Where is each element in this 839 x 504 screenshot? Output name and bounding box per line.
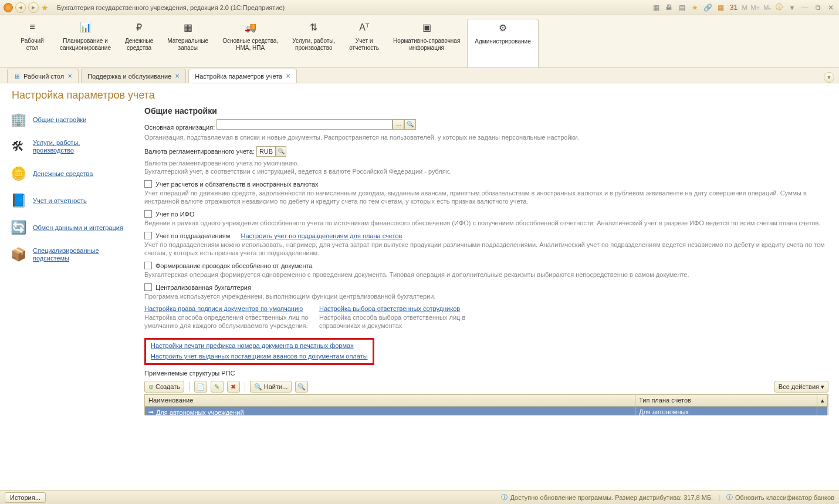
nav-link[interactable]: Обмен данными и интеграция xyxy=(33,224,123,232)
doc-icon[interactable]: ▤ xyxy=(677,3,686,12)
col-plan[interactable]: Тип плана счетов xyxy=(635,395,817,406)
ruble-icon: ₽ xyxy=(133,21,145,33)
cb-foreign-help: Учет операций по движению средств, задол… xyxy=(144,189,828,205)
nav-money[interactable]: ₽Денежные средства xyxy=(118,19,160,67)
highlighted-links-box: Настройки печати префикса номера докумен… xyxy=(144,338,374,365)
col-name[interactable]: Наименование xyxy=(145,395,635,406)
currency-label: Валюта регламентированного учета: xyxy=(144,148,255,155)
print-icon[interactable]: 🖶 xyxy=(664,3,674,12)
window-titlebar: ◄ ► ★ Бухгалтерия государственного учреж… xyxy=(0,0,839,15)
dropdown-icon[interactable]: ▾ xyxy=(787,3,797,12)
currency-input[interactable]: RUB xyxy=(256,146,276,157)
org-select-button[interactable]: ... xyxy=(393,119,404,130)
calendar-icon[interactable]: 31 xyxy=(729,3,738,12)
scrollbar-header: ▴ xyxy=(817,395,828,406)
history-button[interactable]: История... xyxy=(5,492,46,503)
planning-icon: 📊 xyxy=(80,21,92,33)
dept-config-link[interactable]: Настроить учет по подразделениям для пла… xyxy=(241,232,402,239)
nav-materials[interactable]: ▦Материальные запасы xyxy=(160,19,215,67)
titlebar-right: ▦ 🖶 ▤ ★ 🔗 ▦ 31 M M+ M- ⓘ ▾ — ⧉ ✕ xyxy=(651,3,835,12)
tabs-right: ▼ xyxy=(824,72,839,83)
sync-icon: 🔄 xyxy=(8,219,28,236)
titlebar-left: ◄ ► ★ Бухгалтерия государственного учреж… xyxy=(4,2,285,13)
tab-support[interactable]: Поддержка и обслуживание ✕ xyxy=(81,69,186,83)
cb-foreign[interactable] xyxy=(144,180,152,188)
copy-button[interactable]: 📄 xyxy=(194,381,207,393)
nav-back-button[interactable]: ◄ xyxy=(15,2,26,13)
nav-general[interactable]: 🏢Общие настройки xyxy=(8,106,136,133)
separator xyxy=(245,382,245,391)
memory-m[interactable]: M xyxy=(742,4,747,11)
rps-table: Наименование Тип плана счетов ▴ ➟Для авт… xyxy=(144,394,828,415)
tab-close-icon[interactable]: ✕ xyxy=(175,73,180,79)
document-tabs: 🖥 Рабочий стол ✕ Поддержка и обслуживани… xyxy=(0,68,839,83)
cb-ifo[interactable] xyxy=(144,210,152,218)
font-icon: Аᵀ xyxy=(358,21,370,33)
memory-mplus[interactable]: M+ xyxy=(751,4,760,11)
nav-special[interactable]: 📦Специализированные подсистемы xyxy=(8,241,136,268)
scrollbar[interactable] xyxy=(817,407,828,415)
tabs-dropdown-button[interactable]: ▼ xyxy=(824,72,834,83)
classifier-link[interactable]: ⓘОбновить классификатор банков xyxy=(726,493,834,502)
currency-search-button[interactable]: 🔍 xyxy=(276,146,286,157)
nav-accounting[interactable]: АᵀУчет и отчетность xyxy=(342,19,386,67)
resp-config-link[interactable]: Настройка выбора ответственных сотрудник… xyxy=(319,305,460,312)
nav-services[interactable]: 🛠Услуги, работы, производство xyxy=(8,133,136,160)
calc-icon[interactable]: ▦ xyxy=(716,3,725,12)
nav-forward-button[interactable]: ► xyxy=(28,2,39,13)
tab-desktop[interactable]: 🖥 Рабочий стол ✕ xyxy=(7,69,79,83)
nav-link[interactable]: Общие настройки xyxy=(33,116,86,124)
org-search-button[interactable]: 🔍 xyxy=(404,119,416,130)
nav-services[interactable]: ⇅Услуги, работы, производство xyxy=(285,19,342,67)
cb-dept[interactable] xyxy=(144,232,152,239)
star-icon[interactable]: ★ xyxy=(690,3,699,12)
nav-report[interactable]: 📘Учет и отчетность xyxy=(8,187,136,214)
nav-link[interactable]: Учет и отчетность xyxy=(33,197,87,205)
gear-icon: ⚙ xyxy=(497,22,509,33)
all-actions-button[interactable]: Все действия ▾ xyxy=(774,381,828,393)
nav-link[interactable]: Услуги, работы, производство xyxy=(33,139,80,154)
table-row[interactable]: ➟Для автономных учреждений Для автономны… xyxy=(145,407,828,415)
close-icon[interactable]: ✕ xyxy=(826,3,835,12)
favorites-icon[interactable]: ★ xyxy=(41,3,49,12)
nav-money[interactable]: 🪙Денежные средства xyxy=(8,160,136,187)
find-button[interactable]: 🔍Найти... xyxy=(250,381,292,393)
memory-mminus[interactable]: M- xyxy=(763,4,771,11)
create-button[interactable]: ⊕Создать xyxy=(144,381,184,393)
nav-desktop[interactable]: ≡Рабочий стол xyxy=(12,19,53,67)
prefix-print-link[interactable]: Настройки печати префикса номера докумен… xyxy=(151,342,354,349)
edit-button[interactable]: ✎ xyxy=(211,381,224,393)
nav-link[interactable]: Специализированные подсистемы xyxy=(33,247,99,262)
link-icon[interactable]: 🔗 xyxy=(703,3,712,12)
maximize-icon[interactable]: ⧉ xyxy=(813,3,823,12)
org-input[interactable] xyxy=(216,119,393,130)
toolbar-icon[interactable]: ▦ xyxy=(651,3,661,12)
cb-separate-label: Формирование проводок обособленно от док… xyxy=(155,262,313,269)
table-header: Наименование Тип плана счетов ▴ xyxy=(145,395,828,407)
minimize-icon[interactable]: — xyxy=(800,3,810,12)
tab-label: Поддержка и обслуживание xyxy=(87,73,171,80)
desktop-icon: 🖥 xyxy=(13,73,20,80)
nav-admin[interactable]: ⚙Администрирование xyxy=(467,19,538,67)
separator xyxy=(189,382,190,391)
advance-config-link[interactable]: Настроить учет выданных поставщикам аван… xyxy=(151,353,368,360)
cb-central[interactable] xyxy=(144,283,152,291)
cb-ifo-label: Учет по ИФО xyxy=(155,211,195,218)
nav-reference[interactable]: ▣Нормативно-справочная информация xyxy=(386,19,467,67)
tab-close-icon[interactable]: ✕ xyxy=(286,73,290,79)
update-message[interactable]: ⓘДоступно обновление программы. Размер д… xyxy=(501,493,713,502)
clear-search-button[interactable]: 🔍 xyxy=(295,381,308,393)
book-icon: 📘 xyxy=(8,192,28,209)
tab-settings[interactable]: Настройка параметров учета ✕ xyxy=(188,69,297,83)
building-icon: 🏢 xyxy=(8,111,28,128)
delete-button[interactable]: ✖ xyxy=(227,381,240,393)
nav-assets[interactable]: 🚚Основные средства, НМА, НПА xyxy=(215,19,285,67)
info-icon[interactable]: ⓘ xyxy=(774,3,784,12)
nav-link[interactable]: Денежные средства xyxy=(33,170,93,178)
nav-exchange[interactable]: 🔄Обмен данными и интеграция xyxy=(8,214,136,241)
sign-config-link[interactable]: Настройка права подписи документов по ум… xyxy=(144,305,303,312)
cb-separate[interactable] xyxy=(144,262,152,269)
nav-planning[interactable]: 📊Планирование и санкционирование xyxy=(53,19,118,67)
search-icon: 🔍 xyxy=(254,383,262,391)
tab-close-icon[interactable]: ✕ xyxy=(67,73,72,79)
